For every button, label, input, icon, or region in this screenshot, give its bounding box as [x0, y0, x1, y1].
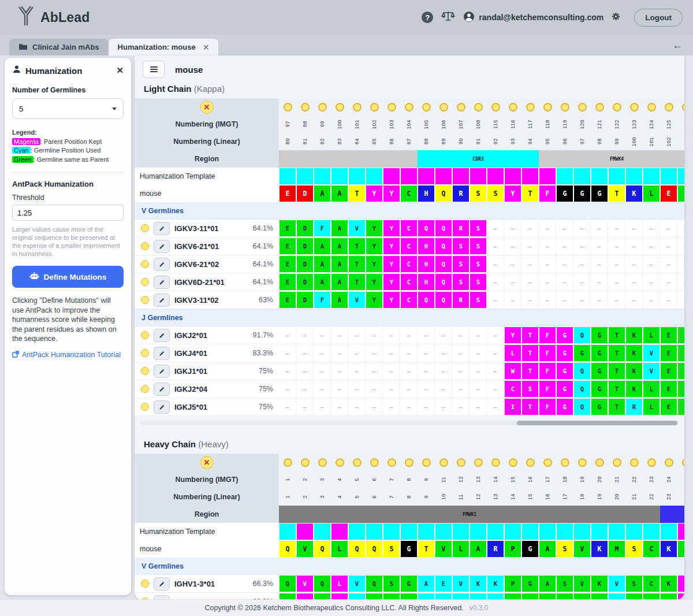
column-toggle[interactable]: [556, 98, 573, 116]
parent-residue-cell[interactable]: Q: [279, 540, 296, 558]
germline-select-toggle[interactable]: [141, 278, 149, 286]
column-toggle[interactable]: [331, 98, 348, 116]
column-toggle[interactable]: [677, 98, 684, 116]
parent-residue-cell[interactable]: H: [418, 185, 435, 202]
edit-germline-button[interactable]: [154, 258, 170, 271]
germline-select-toggle[interactable]: [141, 349, 149, 357]
column-toggle[interactable]: [400, 98, 418, 116]
parent-residue-cell[interactable]: G: [591, 185, 608, 202]
edit-germline-button[interactable]: [154, 365, 170, 378]
germline-select-toggle[interactable]: [141, 260, 149, 268]
column-toggle[interactable]: [348, 98, 366, 116]
tab-clinical-jain-mabs[interactable]: Clinical Jain mAbs: [9, 39, 109, 55]
column-toggle[interactable]: [383, 454, 400, 471]
parent-residue-cell[interactable]: S: [556, 540, 573, 558]
parent-residue-cell[interactable]: F: [539, 185, 556, 202]
settings-gear-icon[interactable]: [612, 12, 620, 23]
column-toggle[interactable]: [573, 454, 591, 471]
parent-residue-cell[interactable]: Q: [435, 185, 452, 202]
parent-residue-cell[interactable]: K: [625, 185, 643, 202]
parent-residue-cell[interactable]: P: [504, 540, 521, 558]
column-toggle[interactable]: [487, 454, 504, 471]
column-toggle[interactable]: [660, 98, 677, 116]
column-toggle[interactable]: [435, 98, 452, 116]
parent-residue-cell[interactable]: T: [418, 540, 435, 558]
parent-residue-cell[interactable]: Y: [383, 185, 400, 202]
column-toggle[interactable]: [677, 454, 684, 471]
column-toggle[interactable]: [452, 454, 470, 471]
column-toggle[interactable]: [470, 454, 487, 471]
horizontal-scrollbar[interactable]: [140, 421, 679, 425]
column-toggle[interactable]: [279, 454, 296, 471]
define-mutations-button[interactable]: Define Mutations: [12, 266, 124, 288]
column-toggle[interactable]: [521, 454, 539, 471]
clear-columns-button[interactable]: ✕: [200, 456, 214, 469]
germline-select-toggle[interactable]: [141, 224, 149, 232]
column-toggle[interactable]: [435, 454, 452, 471]
column-toggle[interactable]: [452, 98, 470, 116]
parent-residue-cell[interactable]: T: [521, 185, 539, 202]
germline-select-toggle[interactable]: [141, 367, 149, 375]
parent-residue-cell[interactable]: Q: [348, 540, 366, 558]
parent-residue-cell[interactable]: G: [556, 185, 573, 202]
column-toggle[interactable]: [418, 454, 435, 471]
back-arrow-icon[interactable]: ←: [672, 39, 683, 51]
threshold-input[interactable]: [12, 205, 124, 221]
edit-germline-button[interactable]: [154, 400, 170, 414]
column-toggle[interactable]: [643, 454, 660, 471]
germline-select-toggle[interactable]: [141, 385, 149, 393]
parent-residue-cell[interactable]: E: [660, 185, 677, 202]
tab-close-icon[interactable]: ✕: [203, 43, 210, 52]
column-toggle[interactable]: [539, 454, 556, 471]
parent-residue-cell[interactable]: A: [331, 185, 348, 202]
tutorial-link[interactable]: AntPack Humanization Tutorial: [12, 351, 124, 359]
sidebar-close-icon[interactable]: ✕: [116, 65, 124, 76]
parent-residue-cell[interactable]: K: [591, 540, 608, 558]
parent-residue-cell[interactable]: A: [470, 540, 487, 558]
parent-residue-cell[interactable]: Y: [366, 185, 383, 202]
edit-germline-button[interactable]: [154, 383, 170, 396]
parent-residue-cell[interactable]: C: [400, 185, 418, 202]
column-toggle[interactable]: [348, 454, 366, 471]
parent-residue-cell[interactable]: G: [573, 185, 591, 202]
column-toggle[interactable]: [625, 98, 643, 116]
parent-residue-cell[interactable]: V: [296, 540, 314, 558]
column-toggle[interactable]: [366, 98, 383, 116]
parent-residue-cell[interactable]: M: [608, 540, 625, 558]
column-toggle[interactable]: [418, 98, 435, 116]
parent-residue-cell[interactable]: T: [608, 185, 625, 202]
parent-residue-cell[interactable]: S: [470, 185, 487, 202]
parent-residue-cell[interactable]: L: [331, 540, 348, 558]
column-toggle[interactable]: [296, 98, 314, 116]
parent-residue-cell[interactable]: A: [314, 185, 331, 202]
column-toggle[interactable]: [643, 98, 660, 116]
parent-residue-cell[interactable]: C: [643, 540, 660, 558]
parent-residue-cell[interactable]: T: [348, 185, 366, 202]
parent-residue-cell[interactable]: D: [296, 185, 314, 202]
germlines-count-select[interactable]: 5: [12, 98, 124, 119]
parent-residue-cell[interactable]: Q: [366, 540, 383, 558]
parent-residue-cell[interactable]: A: [677, 540, 684, 558]
parent-residue-cell[interactable]: Q: [314, 540, 331, 558]
column-toggle[interactable]: [556, 454, 573, 471]
column-toggle[interactable]: [625, 454, 643, 471]
column-toggle[interactable]: [608, 98, 625, 116]
column-toggle[interactable]: [470, 98, 487, 116]
column-toggle[interactable]: [521, 98, 539, 116]
edit-germline-button[interactable]: [154, 294, 170, 307]
germline-select-toggle[interactable]: [141, 242, 149, 250]
parent-residue-cell[interactable]: G: [400, 540, 418, 558]
parent-residue-cell[interactable]: V: [435, 540, 452, 558]
parent-residue-cell[interactable]: Y: [504, 185, 521, 202]
edit-germline-button[interactable]: [154, 276, 170, 289]
parent-residue-cell[interactable]: G: [521, 540, 539, 558]
column-toggle[interactable]: [279, 98, 296, 116]
edit-germline-button[interactable]: [154, 329, 170, 342]
germline-select-toggle[interactable]: [141, 296, 149, 304]
column-toggle[interactable]: [591, 454, 608, 471]
parent-residue-cell[interactable]: S: [383, 540, 400, 558]
parent-residue-cell[interactable]: L: [452, 540, 470, 558]
parent-residue-cell[interactable]: S: [487, 185, 504, 202]
parent-residue-cell[interactable]: R: [487, 540, 504, 558]
column-toggle[interactable]: [314, 98, 331, 116]
